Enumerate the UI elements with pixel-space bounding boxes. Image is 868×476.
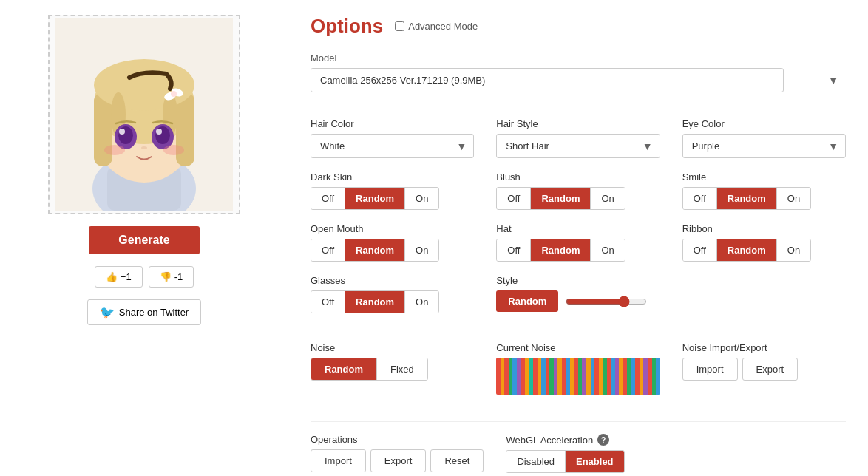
hat-group: Hat Off Random On xyxy=(496,223,660,262)
webgl-disabled[interactable]: Disabled xyxy=(506,451,566,472)
advanced-mode-text: Advanced Mode xyxy=(408,21,478,32)
operations-label: Operations xyxy=(311,434,484,445)
hair-style-select-wrap: Short Hair Long Hair Twin Tails Ponytail… xyxy=(496,134,660,158)
upvote-label: +1 xyxy=(121,271,132,282)
hat-off[interactable]: Off xyxy=(497,239,531,261)
hair-style-group: Hair Style Short Hair Long Hair Twin Tai… xyxy=(496,118,660,158)
smile-group: Smile Off Random On xyxy=(682,171,846,210)
ribbon-random[interactable]: Random xyxy=(717,239,777,261)
downvote-button[interactable]: 👎 -1 xyxy=(149,266,194,288)
blush-label: Blush xyxy=(496,171,660,183)
noise-section: Noise Random Fixed Current Noise Noise I… xyxy=(311,342,846,408)
smile-random[interactable]: Random xyxy=(717,188,777,209)
hair-color-select[interactable]: White Black Brown Blonde Red Blue Pink P… xyxy=(311,134,474,158)
eye-color-select-wrap: Purple Blue Brown Green Red Black ▼ xyxy=(682,134,846,158)
twitter-icon: 🐦 xyxy=(100,305,115,319)
smile-label: Smile xyxy=(682,171,846,183)
options-header: Options Advanced Mode xyxy=(311,15,846,38)
current-noise-group: Current Noise xyxy=(496,342,660,395)
dark-skin-on[interactable]: On xyxy=(405,188,438,209)
ribbon-label: Ribbon xyxy=(682,223,846,234)
style-label: Style xyxy=(496,275,846,286)
operations-ie-group: Import Export Reset xyxy=(311,449,484,472)
style-slider[interactable] xyxy=(566,296,647,307)
style-group: Style Random xyxy=(496,275,846,313)
glasses-on[interactable]: On xyxy=(405,291,438,313)
avatar-box xyxy=(48,15,240,214)
operations-reset-button[interactable]: Reset xyxy=(430,449,484,472)
noise-stripe xyxy=(656,358,660,395)
thumbs-down-icon: 👎 xyxy=(160,271,172,282)
eye-color-group: Eye Color Purple Blue Brown Green Red Bl… xyxy=(682,118,846,158)
dark-skin-off[interactable]: Off xyxy=(311,188,345,209)
svg-point-18 xyxy=(104,145,125,155)
glasses-toggle: Off Random On xyxy=(311,290,439,313)
smile-off[interactable]: Off xyxy=(683,188,717,209)
upvote-button[interactable]: 👍 +1 xyxy=(95,266,143,288)
webgl-help-icon[interactable]: ? xyxy=(597,434,609,446)
blush-group: Blush Off Random On xyxy=(496,171,660,210)
eye-color-label: Eye Color xyxy=(682,118,846,129)
appearance-grid: Hair Color White Black Brown Blonde Red … xyxy=(311,118,846,327)
open-mouth-off[interactable]: Off xyxy=(311,239,345,261)
downvote-label: -1 xyxy=(174,271,183,282)
webgl-label-text: WebGL Acceleration xyxy=(506,435,593,446)
noise-random[interactable]: Random xyxy=(311,358,377,380)
blush-on[interactable]: On xyxy=(591,188,624,209)
svg-point-19 xyxy=(163,145,184,155)
style-controls: Random xyxy=(496,290,846,312)
glasses-random[interactable]: Random xyxy=(345,291,405,313)
noise-ie-group: Import Export xyxy=(682,358,846,381)
model-select[interactable]: Camellia 256x256 Ver.171219 (9.9MB) xyxy=(311,68,784,92)
smile-toggle: Off Random On xyxy=(682,187,811,210)
open-mouth-label: Open Mouth xyxy=(311,223,474,234)
hat-random[interactable]: Random xyxy=(531,239,591,261)
divider-2 xyxy=(311,330,846,330)
open-mouth-on[interactable]: On xyxy=(405,239,438,261)
advanced-mode-label[interactable]: Advanced Mode xyxy=(395,21,478,32)
noise-toggle: Random Fixed xyxy=(311,358,428,381)
glasses-label: Glasses xyxy=(311,275,474,286)
dark-skin-toggle: Off Random On xyxy=(311,187,439,210)
advanced-mode-checkbox[interactable] xyxy=(395,21,404,31)
blush-off[interactable]: Off xyxy=(497,188,531,209)
noise-import-export-label: Noise Import/Export xyxy=(682,342,846,353)
dark-skin-random[interactable]: Random xyxy=(345,188,405,209)
style-random-button[interactable]: Random xyxy=(496,290,558,312)
right-panel: Options Advanced Mode Model Camellia 256… xyxy=(288,0,868,476)
eye-color-select[interactable]: Purple Blue Brown Green Red Black xyxy=(682,134,846,158)
open-mouth-random[interactable]: Random xyxy=(345,239,405,261)
webgl-enabled[interactable]: Enabled xyxy=(566,451,624,472)
blush-toggle: Off Random On xyxy=(496,187,625,210)
ribbon-on[interactable]: On xyxy=(777,239,810,261)
svg-point-16 xyxy=(156,129,162,135)
hair-style-label: Hair Style xyxy=(496,118,660,129)
noise-label: Noise xyxy=(311,342,474,353)
blush-random[interactable]: Random xyxy=(531,188,591,209)
divider-3 xyxy=(311,421,846,422)
svg-point-15 xyxy=(119,129,125,135)
model-select-arrow: ▼ xyxy=(828,75,838,86)
generate-button[interactable]: Generate xyxy=(89,226,199,254)
options-title: Options xyxy=(311,15,383,38)
model-label: Model xyxy=(311,52,846,64)
hair-style-select[interactable]: Short Hair Long Hair Twin Tails Ponytail xyxy=(496,134,660,158)
smile-on[interactable]: On xyxy=(777,188,810,209)
svg-point-22 xyxy=(171,91,177,97)
ribbon-group: Ribbon Off Random On xyxy=(682,223,846,262)
open-mouth-group: Open Mouth Off Random On xyxy=(311,223,474,262)
ribbon-off[interactable]: Off xyxy=(683,239,717,261)
noise-export-button[interactable]: Export xyxy=(742,358,799,381)
operations-export-button[interactable]: Export xyxy=(370,449,427,472)
vote-row: 👍 +1 👎 -1 xyxy=(95,266,194,288)
operations-import-button[interactable]: Import xyxy=(311,449,366,472)
twitter-label: Share on Twitter xyxy=(119,307,189,318)
hat-on[interactable]: On xyxy=(591,239,624,261)
hair-color-label: Hair Color xyxy=(311,118,474,129)
twitter-share-button[interactable]: 🐦 Share on Twitter xyxy=(87,299,201,325)
hat-toggle: Off Random On xyxy=(496,239,625,262)
noise-fixed[interactable]: Fixed xyxy=(377,358,427,380)
noise-import-button[interactable]: Import xyxy=(682,358,738,381)
glasses-off[interactable]: Off xyxy=(311,291,345,313)
noise-import-export-group: Noise Import/Export Import Export xyxy=(682,342,846,395)
